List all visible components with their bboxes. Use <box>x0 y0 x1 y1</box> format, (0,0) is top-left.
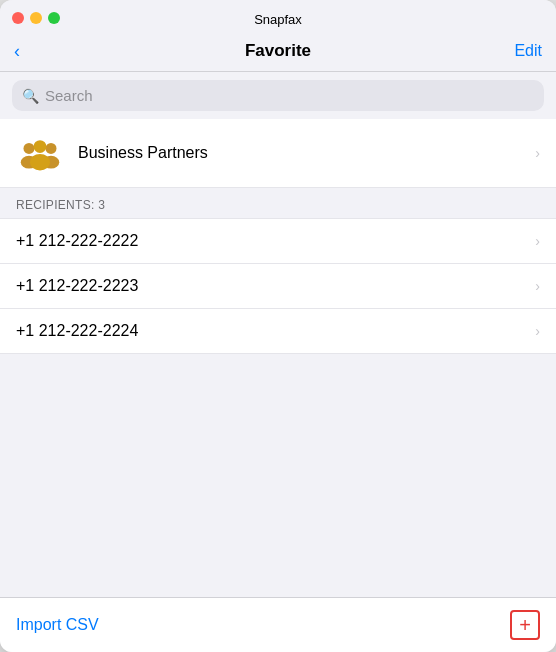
page-title: Favorite <box>245 41 311 61</box>
minimize-button[interactable] <box>30 12 42 24</box>
search-icon: 🔍 <box>22 88 39 104</box>
group-section: Business Partners › <box>0 119 556 188</box>
phone-number-1: +1 212-222-2223 <box>16 277 529 295</box>
svg-point-0 <box>24 143 35 154</box>
svg-point-5 <box>30 154 50 171</box>
svg-point-2 <box>46 143 57 154</box>
business-partners-icon <box>16 129 64 177</box>
title-bar: Snapfax <box>0 0 556 33</box>
business-partners-label: Business Partners <box>78 144 529 162</box>
import-csv-button[interactable]: Import CSV <box>16 616 99 634</box>
empty-area <box>0 354 556 597</box>
zoom-button[interactable] <box>48 12 60 24</box>
recipient-item-0[interactable]: +1 212-222-2222 › <box>0 219 556 264</box>
back-button[interactable]: ‹ <box>14 41 20 62</box>
chevron-icon: › <box>535 145 540 161</box>
nav-bar: ‹ Favorite Edit <box>0 33 556 72</box>
search-container: 🔍 <box>0 72 556 119</box>
search-bar: 🔍 <box>12 80 544 111</box>
recipient-item-2[interactable]: +1 212-222-2224 › <box>0 309 556 354</box>
recipients-section-header: RECIPIENTS: 3 <box>0 188 556 219</box>
chevron-icon-2: › <box>535 323 540 339</box>
phone-number-0: +1 212-222-2222 <box>16 232 529 250</box>
add-button[interactable]: + <box>510 610 540 640</box>
chevron-icon-0: › <box>535 233 540 249</box>
bottom-bar: Import CSV + <box>0 597 556 652</box>
search-input[interactable] <box>45 87 534 104</box>
close-button[interactable] <box>12 12 24 24</box>
recipient-item-1[interactable]: +1 212-222-2223 › <box>0 264 556 309</box>
app-title: Snapfax <box>254 12 302 27</box>
app-window: Snapfax ‹ Favorite Edit 🔍 <box>0 0 556 652</box>
traffic-lights <box>12 12 60 24</box>
business-partners-item[interactable]: Business Partners › <box>0 119 556 188</box>
recipients-list: +1 212-222-2222 › +1 212-222-2223 › +1 2… <box>0 219 556 354</box>
svg-point-4 <box>34 140 47 153</box>
chevron-icon-1: › <box>535 278 540 294</box>
edit-button[interactable]: Edit <box>514 42 542 60</box>
phone-number-2: +1 212-222-2224 <box>16 322 529 340</box>
